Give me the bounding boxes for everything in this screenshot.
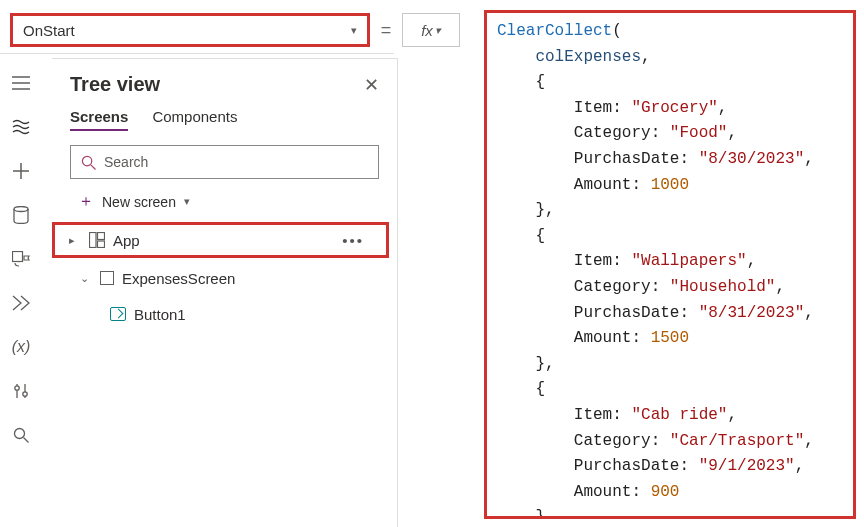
tree-item-label: Button1 (134, 306, 186, 323)
variables-icon[interactable]: (x) (10, 336, 32, 358)
insert-icon[interactable] (10, 160, 32, 182)
expand-caret-icon[interactable]: ▸ (69, 234, 81, 247)
svg-rect-8 (98, 241, 105, 248)
tree-view-title: Tree view (70, 73, 160, 96)
tree-view-panel: Tree view ✕ Screens Components Search ＋ … (52, 58, 398, 527)
property-selector-value: OnStart (23, 22, 75, 39)
button-icon (110, 307, 126, 321)
hamburger-icon[interactable] (10, 72, 32, 94)
val: "Grocery" (631, 99, 717, 117)
chevron-down-icon: ▾ (351, 24, 357, 37)
plus-icon: ＋ (78, 191, 94, 212)
tab-screens[interactable]: Screens (70, 108, 128, 131)
advanced-tools-icon[interactable] (10, 380, 32, 402)
svg-rect-6 (90, 233, 97, 248)
tree-item-button[interactable]: Button1 (52, 296, 397, 332)
svg-point-2 (15, 386, 19, 390)
power-automate-icon[interactable] (10, 292, 32, 314)
svg-point-5 (82, 156, 91, 165)
tree-item-app[interactable]: ▸ App ••• (52, 222, 389, 258)
tab-components[interactable]: Components (152, 108, 237, 131)
property-selector[interactable]: OnStart ▾ (10, 13, 370, 47)
new-screen-label: New screen (102, 194, 176, 210)
new-screen-button[interactable]: ＋ New screen ▾ (52, 187, 397, 222)
chevron-down-icon: ▾ (435, 24, 441, 37)
tree-item-screen[interactable]: ⌄ ExpensesScreen (52, 260, 397, 296)
app-icon (89, 232, 105, 248)
data-icon[interactable] (10, 204, 32, 226)
more-icon[interactable]: ••• (342, 232, 364, 249)
collapse-caret-icon[interactable]: ⌄ (80, 272, 92, 285)
svg-point-0 (14, 207, 28, 212)
close-icon[interactable]: ✕ (364, 74, 379, 96)
formula-editor[interactable]: ClearCollect( colExpenses, { Item: "Groc… (484, 10, 856, 519)
fx-button[interactable]: fx ▾ (402, 13, 460, 47)
tree-item-label: ExpensesScreen (122, 270, 235, 287)
divider (0, 53, 394, 54)
equals-label: = (370, 20, 402, 41)
svg-rect-1 (13, 252, 23, 262)
screen-icon (100, 271, 114, 285)
chevron-down-icon: ▾ (184, 195, 190, 208)
search-input[interactable]: Search (70, 145, 379, 179)
tree-view-icon[interactable] (10, 116, 32, 138)
tree-tabs: Screens Components (52, 108, 397, 139)
fx-label: fx (421, 22, 433, 39)
search-icon (81, 155, 96, 170)
left-rail: (x) (0, 58, 42, 527)
tok-collection: colExpenses (535, 48, 641, 66)
media-icon[interactable] (10, 248, 32, 270)
tok-fn: ClearCollect (497, 22, 612, 40)
svg-point-3 (23, 392, 27, 396)
svg-rect-7 (98, 233, 105, 240)
search-placeholder: Search (104, 154, 148, 170)
tree-item-label: App (113, 232, 140, 249)
search-icon[interactable] (10, 424, 32, 446)
svg-point-4 (15, 429, 25, 439)
